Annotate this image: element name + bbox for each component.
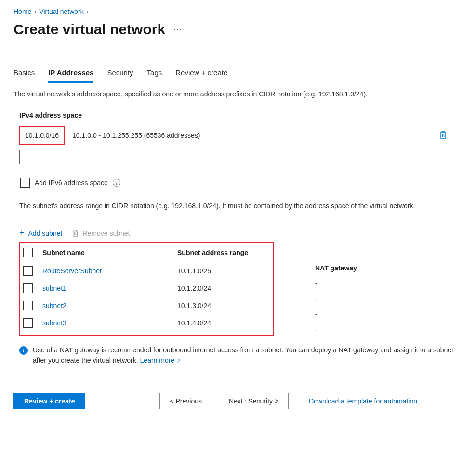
delete-icon[interactable]	[439, 131, 447, 139]
subnet-name-link[interactable]: subnet3	[42, 319, 177, 327]
nat-banner-text: Use of a NAT gateway is recommended for …	[33, 346, 453, 364]
page-title: Create virtual network	[13, 21, 165, 38]
nat-value: -	[272, 322, 440, 337]
address-space-description: The virtual network's address space, spe…	[13, 90, 463, 98]
review-create-button[interactable]: Review + create	[13, 393, 85, 409]
subnet-name-link[interactable]: subnet2	[42, 302, 177, 309]
row-checkbox[interactable]	[23, 266, 33, 276]
subnet-range: 10.1.3.0/24	[177, 302, 270, 309]
table-row: RouteServerSubnet 10.1.1.0/25	[20, 262, 273, 280]
row-checkbox[interactable]	[23, 301, 33, 310]
plus-icon: +	[19, 228, 25, 238]
chevron-right-icon: ›	[34, 8, 36, 15]
subnet-name-link[interactable]: subnet1	[42, 284, 177, 292]
header-subnet-range: Subnet address range	[177, 249, 270, 256]
header-subnet-name: Subnet name	[42, 249, 177, 256]
learn-more-link[interactable]: Learn more	[140, 356, 175, 364]
ipv6-label: Add IPv6 address space	[35, 179, 108, 187]
nat-value: -	[272, 291, 440, 307]
ipv4-address-input[interactable]	[19, 150, 429, 164]
next-button[interactable]: Next : Security >	[219, 393, 289, 409]
info-icon: i	[19, 346, 28, 355]
chevron-right-icon: ›	[87, 8, 89, 15]
table-header: Subnet name Subnet address range	[20, 243, 273, 262]
add-subnet-button[interactable]: + Add subnet	[19, 228, 62, 238]
external-link-icon: ↗	[176, 358, 181, 363]
tab-security[interactable]: Security	[107, 65, 133, 83]
subnet-description: The subnet's address range in CIDR notat…	[19, 201, 463, 211]
info-icon[interactable]: i	[113, 179, 120, 187]
nat-value: -	[272, 276, 440, 291]
add-subnet-label: Add subnet	[28, 229, 63, 237]
subnet-table-highlight: Subnet name Subnet address range RouteSe…	[19, 242, 274, 336]
table-row: subnet3 10.1.4.0/24	[20, 314, 273, 332]
tab-ip-addresses[interactable]: IP Addresses	[48, 65, 93, 83]
select-all-checkbox[interactable]	[23, 248, 33, 257]
breadcrumb-home[interactable]: Home	[13, 8, 31, 15]
header-nat: NAT gateway	[272, 259, 440, 276]
previous-button[interactable]: < Previous	[159, 393, 212, 409]
ipv4-label: IPv4 address space	[19, 111, 463, 119]
tabs: Basics IP Addresses Security Tags Review…	[13, 65, 463, 83]
subnet-range: 10.1.2.0/24	[177, 284, 270, 292]
tab-basics[interactable]: Basics	[13, 65, 35, 83]
table-row: subnet1 10.1.2.0/24	[20, 280, 273, 297]
remove-subnet-button: Remove subnet	[72, 229, 130, 237]
subnet-name-link[interactable]: RouteServerSubnet	[42, 267, 177, 275]
tab-tags[interactable]: Tags	[147, 65, 162, 83]
ipv6-checkbox[interactable]	[20, 178, 30, 188]
nat-info-banner: i Use of a NAT gateway is recommended fo…	[19, 345, 463, 365]
download-template-link[interactable]: Download a template for automation	[309, 397, 417, 405]
tab-review-create[interactable]: Review + create	[175, 65, 227, 83]
ipv4-cidr-value[interactable]: 10.1.0.0/16	[19, 126, 65, 145]
breadcrumb-vnet[interactable]: Virtual network	[39, 8, 83, 15]
subnet-range: 10.1.4.0/24	[177, 319, 270, 327]
wizard-footer: Review + create < Previous Next : Securi…	[0, 393, 476, 419]
row-checkbox[interactable]	[23, 318, 33, 328]
more-actions-icon[interactable]: ⋯	[173, 24, 183, 35]
table-row: subnet2 10.1.3.0/24	[20, 297, 273, 314]
nat-column: NAT gateway - - - -	[272, 259, 440, 337]
breadcrumb: Home › Virtual network ›	[13, 8, 463, 15]
nat-value: -	[272, 307, 440, 322]
ipv4-range-text: 10.1.0.0 - 10.1.255.255 (65536 addresses…	[72, 132, 200, 139]
subnet-range: 10.1.1.0/25	[177, 267, 270, 275]
trash-icon	[72, 229, 79, 237]
row-checkbox[interactable]	[23, 283, 33, 293]
remove-subnet-label: Remove subnet	[82, 229, 130, 237]
